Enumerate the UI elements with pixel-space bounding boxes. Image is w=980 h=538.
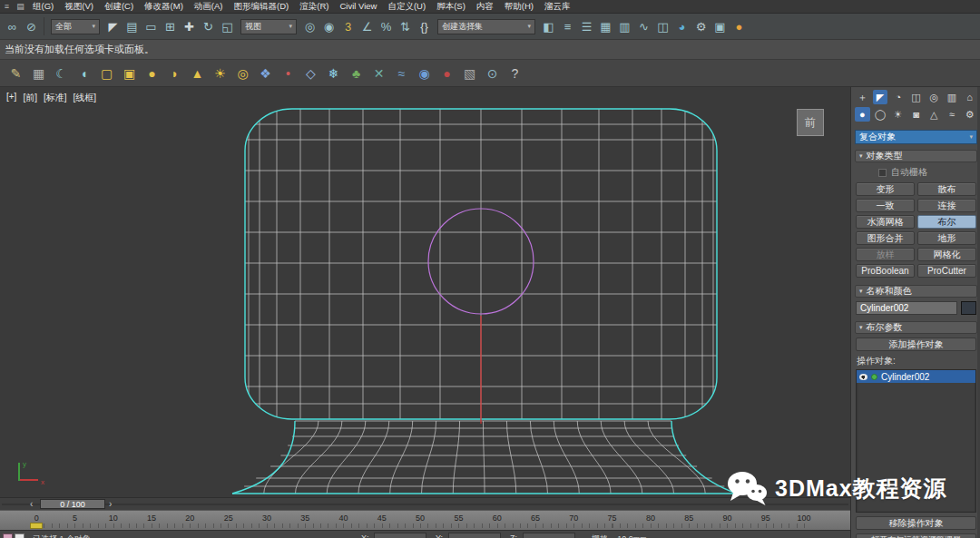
spline-pen-icon[interactable]: ✎: [5, 63, 27, 84]
snowflake-icon[interactable]: ❄: [322, 63, 345, 84]
visibility-icon[interactable]: [859, 374, 867, 380]
track-bar[interactable]: 0510152025303540455055606570758085909510…: [0, 510, 850, 530]
menu-item[interactable]: 图形编辑器(D): [229, 1, 295, 13]
create-tab-icon[interactable]: ◤: [873, 90, 888, 104]
maxscript-mini-listener-pink[interactable]: [3, 533, 13, 538]
object-type-button[interactable]: 放样: [856, 248, 915, 261]
z-coordinate-field[interactable]: [523, 533, 575, 538]
workspace-icon[interactable]: ▤: [14, 2, 27, 11]
capsule-icon[interactable]: ◗: [163, 63, 186, 84]
utilities-tab-icon[interactable]: ⌂: [962, 90, 977, 104]
next-frame-arrow[interactable]: ›: [109, 498, 112, 510]
viewcube[interactable]: 前: [797, 109, 824, 136]
foliage-icon[interactable]: ♣: [345, 63, 368, 84]
help-icon[interactable]: ?: [504, 63, 526, 84]
object-type-button[interactable]: 连接: [917, 199, 976, 212]
y-coordinate-field[interactable]: [448, 533, 501, 538]
time-slider-track[interactable]: [2, 504, 848, 505]
menu-item[interactable]: 创建(C): [99, 1, 139, 13]
rendered-frame-icon[interactable]: ▣: [710, 16, 730, 36]
menu-item[interactable]: 脚本(S): [431, 1, 471, 13]
grey-cube-icon[interactable]: ▧: [458, 63, 481, 84]
torus-icon[interactable]: ◎: [231, 63, 254, 84]
object-type-button[interactable]: ProBoolean: [856, 264, 915, 278]
lights-category-icon[interactable]: ☀: [890, 107, 906, 122]
front-viewport[interactable]: [+] [前] [标准] [线框] 前 x y: [0, 87, 850, 497]
scene-explorer-icon[interactable]: ▦: [596, 16, 615, 36]
keyboard-entry-icon[interactable]: ▦: [27, 63, 50, 84]
sun-icon[interactable]: ☀: [209, 63, 231, 84]
motion-tab-icon[interactable]: ◎: [926, 90, 942, 104]
material-editor-icon[interactable]: ◕: [672, 16, 691, 36]
x-coordinate-field[interactable]: [374, 533, 426, 538]
object-color-swatch[interactable]: [961, 301, 976, 315]
edit-selection-set-icon[interactable]: {}: [415, 16, 434, 36]
menu-item[interactable]: 组(G): [27, 1, 59, 13]
box-icon[interactable]: ▢: [95, 63, 118, 84]
point-helper-icon[interactable]: •: [277, 63, 299, 84]
menu-item[interactable]: Civil View: [334, 1, 382, 13]
object-category-dropdown[interactable]: 复合对象 ▾: [855, 130, 977, 144]
geometry-category-icon[interactable]: ●: [855, 107, 870, 122]
panel-plus-icon[interactable]: ＋: [855, 90, 870, 104]
viewport-canvas[interactable]: [0, 87, 850, 497]
cross-helper-icon[interactable]: ✕: [368, 63, 390, 84]
target-icon[interactable]: ⊙: [481, 63, 504, 84]
select-manipulate-icon[interactable]: ◉: [319, 16, 338, 36]
object-type-button[interactable]: 地形: [917, 231, 976, 245]
select-by-name-icon[interactable]: ▤: [122, 16, 142, 36]
angle-snap-icon[interactable]: ∠: [358, 16, 377, 36]
display-tab-icon[interactable]: ▥: [945, 90, 960, 104]
schematic-view-icon[interactable]: ◫: [653, 16, 672, 36]
spacewarps-category-icon[interactable]: ≈: [945, 107, 960, 122]
render-production-icon[interactable]: ●: [730, 16, 749, 36]
viewport-menu-general[interactable]: [+]: [6, 92, 16, 104]
menu-item[interactable]: 渲染(R): [294, 1, 334, 13]
rollout-name-and-color[interactable]: ▾ 名称和颜色: [855, 285, 977, 298]
select-link-icon[interactable]: ∞: [3, 16, 22, 36]
select-rotate-icon[interactable]: ↻: [199, 16, 218, 36]
plane-icon[interactable]: ◇: [299, 63, 322, 84]
menu-item[interactable]: 内容: [471, 1, 499, 13]
spinner-snap-icon[interactable]: ⇅: [396, 16, 415, 36]
viewport-menu-shading[interactable]: [线框]: [74, 92, 97, 104]
systems-category-icon[interactable]: ⚙: [962, 107, 977, 122]
maxscript-mini-listener-white[interactable]: [15, 533, 24, 538]
time-slider[interactable]: ‹ 0 / 100 ›: [0, 497, 850, 510]
object-type-button[interactable]: 网格化: [917, 248, 976, 261]
crescent-icon[interactable]: ☾: [50, 63, 73, 84]
helpers-category-icon[interactable]: △: [926, 107, 942, 122]
select-scale-icon[interactable]: ◱: [218, 16, 237, 36]
sphere-icon[interactable]: ●: [141, 63, 163, 84]
select-object-icon[interactable]: ◤: [103, 16, 122, 36]
object-type-button[interactable]: 水滴网格: [856, 215, 915, 229]
percent-snap-icon[interactable]: %: [377, 16, 396, 36]
layer-manager-icon[interactable]: ☰: [577, 16, 596, 36]
operand-row[interactable]: Cylinder002: [857, 370, 975, 383]
object-type-button[interactable]: 变形: [856, 182, 915, 196]
render-setup-icon[interactable]: ⚙: [691, 16, 710, 36]
wave-icon[interactable]: ≈: [390, 63, 413, 84]
viewport-menu-pov[interactable]: [前]: [23, 92, 37, 104]
current-frame-marker[interactable]: [30, 523, 43, 529]
boolean-explorer-button[interactable]: 打开布尔运算资源管理器: [856, 533, 976, 538]
snap-3d-icon[interactable]: 3: [338, 16, 358, 36]
blue-sphere-icon[interactable]: ◉: [413, 63, 436, 84]
previous-frame-arrow[interactable]: ‹: [30, 498, 33, 510]
add-operand-button[interactable]: 添加操作对象: [856, 337, 976, 351]
shapes-category-icon[interactable]: ◯: [873, 107, 888, 122]
object-type-button[interactable]: 图形合并: [856, 231, 915, 245]
unlink-icon[interactable]: ⊘: [22, 16, 41, 36]
ribbon-toggle-icon[interactable]: ▥: [615, 16, 634, 36]
red-dot-icon[interactable]: ●: [436, 63, 458, 84]
rounded-box-icon[interactable]: ▣: [118, 63, 141, 84]
modify-tab-icon[interactable]: ◔: [890, 90, 906, 104]
mirror-icon[interactable]: ◧: [539, 16, 558, 36]
app-menu-icon[interactable]: ≡: [0, 2, 14, 11]
star-icon[interactable]: ❖: [254, 63, 277, 84]
menu-item[interactable]: 帮助(H): [499, 1, 539, 13]
object-type-button[interactable]: ProCutter: [917, 264, 976, 278]
object-name-field[interactable]: Cylinder002: [856, 301, 957, 315]
menu-item[interactable]: 动画(A): [189, 1, 229, 13]
viewport-menu-style[interactable]: [标准]: [44, 92, 67, 104]
